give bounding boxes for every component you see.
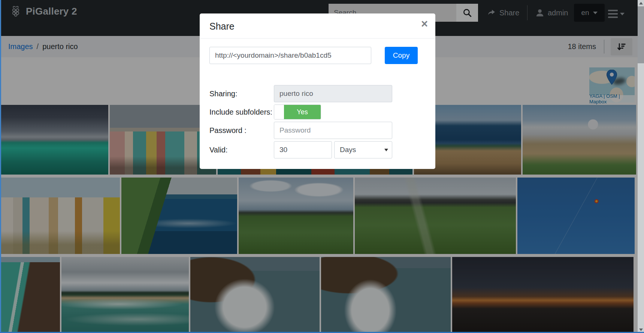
toggle-on-segment: Yes <box>284 105 321 119</box>
subfolders-toggle[interactable]: Yes <box>274 105 321 119</box>
subfolders-label: Include subfolders: <box>209 108 274 116</box>
share-dialog: Share × Copy Sharing: Include subfolders… <box>200 13 435 169</box>
sharing-row: Sharing: <box>209 85 426 102</box>
scrollbar-up-arrow[interactable] <box>638 0 644 6</box>
scrollbar[interactable] <box>638 0 644 333</box>
password-row: Password : <box>209 122 426 139</box>
scrollbar-thumb[interactable] <box>638 6 644 63</box>
share-dialog-header: Share × <box>200 13 435 39</box>
share-url-input[interactable] <box>209 47 371 64</box>
password-label: Password : <box>209 126 274 135</box>
share-url-row: Copy <box>209 47 426 64</box>
share-dialog-body: Copy Sharing: Include subfolders: Yes <box>200 39 435 169</box>
app-window: PiGallery 2 Share admin en <box>0 0 644 333</box>
valid-label: Valid: <box>209 146 274 154</box>
window-edge-left <box>0 0 1 333</box>
valid-row: Valid: Days <box>209 141 426 158</box>
share-dialog-title: Share <box>209 21 235 31</box>
sharing-label: Sharing: <box>209 90 274 98</box>
copy-button[interactable]: Copy <box>385 47 418 64</box>
valid-unit-value: Days <box>340 146 356 154</box>
sharing-value-input <box>274 85 392 102</box>
valid-amount-input[interactable] <box>274 141 332 158</box>
close-button[interactable]: × <box>421 18 428 30</box>
toggle-off-segment <box>274 105 284 119</box>
valid-unit-select[interactable]: Days <box>334 141 392 158</box>
subfolders-row: Include subfolders: Yes <box>209 105 426 119</box>
select-arrow-icon <box>384 149 388 151</box>
password-input[interactable] <box>274 122 392 139</box>
